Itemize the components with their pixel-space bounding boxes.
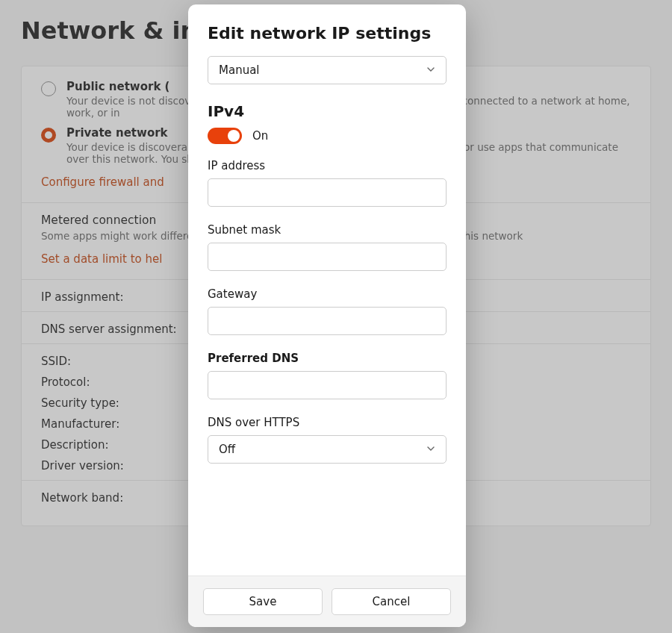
dialog-footer: Save Cancel	[188, 576, 466, 627]
dns-input[interactable]	[208, 371, 447, 399]
dns-label: Preferred DNS	[208, 352, 447, 365]
radio-icon	[41, 128, 56, 143]
radio-icon	[41, 81, 56, 96]
gateway-input[interactable]	[208, 307, 447, 335]
cancel-button[interactable]: Cancel	[332, 588, 451, 615]
ip-mode-value: Manual	[219, 63, 260, 77]
doh-select[interactable]: Off	[208, 435, 447, 464]
save-button[interactable]: Save	[203, 588, 323, 615]
description-label: Description:	[41, 438, 108, 452]
chevron-down-icon	[426, 443, 435, 456]
doh-value: Off	[219, 443, 235, 456]
ipv4-heading: IPv4	[208, 102, 447, 120]
toggle-state-label: On	[252, 129, 268, 143]
chevron-down-icon	[426, 63, 435, 77]
ip-mode-select[interactable]: Manual	[208, 56, 447, 84]
dialog-title: Edit network IP settings	[208, 24, 447, 43]
ip-address-input[interactable]	[208, 178, 447, 207]
gateway-label: Gateway	[208, 287, 447, 301]
subnet-input[interactable]	[208, 243, 447, 271]
toggle-knob-icon	[228, 130, 240, 142]
ipv4-toggle-row: On	[208, 128, 447, 144]
subnet-label: Subnet mask	[208, 223, 447, 237]
ip-address-label: IP address	[208, 159, 447, 172]
edit-ip-dialog: Edit network IP settings Manual IPv4 On …	[188, 4, 466, 627]
doh-label: DNS over HTTPS	[208, 416, 447, 429]
ipv4-toggle[interactable]	[208, 128, 242, 144]
